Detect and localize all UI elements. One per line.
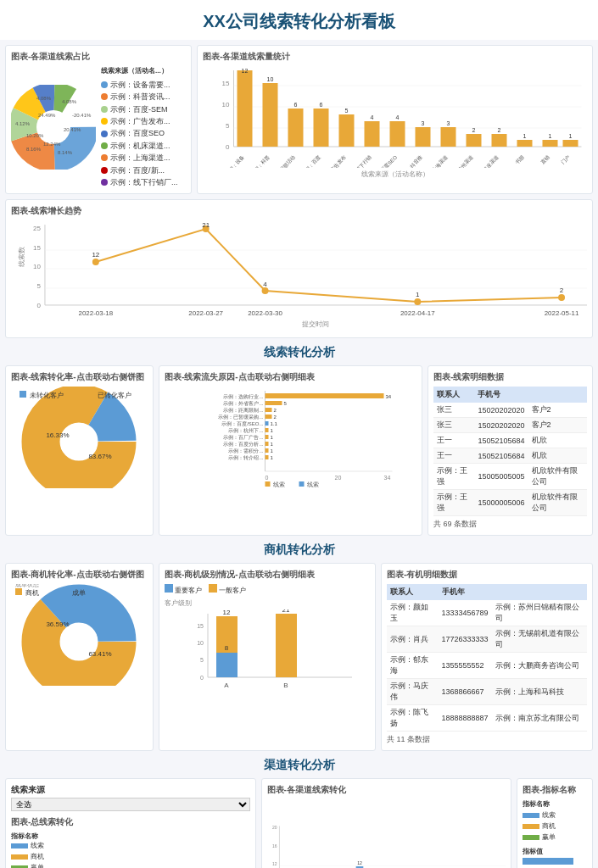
channel-funnel-title: 图表-各渠道线索转化 xyxy=(267,784,506,796)
svg-text:1: 1 xyxy=(271,442,274,447)
svg-text:1: 1 xyxy=(549,133,552,139)
svg-text:0: 0 xyxy=(226,143,230,151)
section-leads: 线索转化分析 xyxy=(5,343,593,362)
svg-text:4: 4 xyxy=(371,114,374,120)
svg-text:示例：科普: 示例：科普 xyxy=(249,154,271,168)
svg-rect-26 xyxy=(238,70,253,147)
svg-text:8.16%: 8.16% xyxy=(26,147,42,152)
col-phone2: 手机年 xyxy=(439,584,492,600)
svg-rect-28 xyxy=(263,83,278,147)
svg-text:示例：百度: 示例：百度 xyxy=(299,154,321,168)
table-row: 示例：肖兵 17726333333 示例：无锡前机道有限公司 xyxy=(387,626,587,653)
col-company xyxy=(528,387,587,403)
svg-text:线索: 线索 xyxy=(273,481,285,487)
svg-rect-40 xyxy=(416,127,431,147)
svg-text:21: 21 xyxy=(282,609,290,614)
svg-rect-148 xyxy=(15,588,22,595)
table-row: 王一 15052105684 机欣 xyxy=(433,433,587,448)
svg-text:15: 15 xyxy=(33,244,41,252)
leads-reason-bar-title: 图表-线索流失原因-点击联动右侧明细表 xyxy=(165,371,416,383)
svg-text:1: 1 xyxy=(569,133,573,139)
svg-rect-32 xyxy=(314,108,329,147)
svg-text:15: 15 xyxy=(222,80,230,87)
svg-rect-50 xyxy=(543,140,558,147)
svg-text:6: 6 xyxy=(294,102,298,108)
svg-text:10.20%: 10.20% xyxy=(26,133,44,138)
svg-point-81 xyxy=(414,298,421,305)
svg-rect-112 xyxy=(265,408,272,412)
bar-channel-card: 图表-各渠道线索量统计 0 5 10 15 12 10 xyxy=(197,45,593,194)
bar-channel-xlabel: 线索来源（活动名称） xyxy=(203,170,587,179)
svg-text:10: 10 xyxy=(267,76,274,82)
channel-source-select[interactable]: 全选 xyxy=(11,798,250,811)
opp-pie-chart[interactable]: 36.59% 63.41% 商机 成单 成单状态 xyxy=(11,584,147,686)
leads-reason-bar-chart[interactable]: 示例：选购行业... 34 示例：外省客户... 5 示例：距离限制... 2 … xyxy=(165,387,416,488)
pie-channel-title: 图表-各渠道线索占比 xyxy=(11,51,186,63)
svg-text:2022-03-30: 2022-03-30 xyxy=(248,309,282,317)
svg-text:1: 1 xyxy=(523,133,527,139)
svg-text:12: 12 xyxy=(357,860,362,865)
svg-point-82 xyxy=(558,294,565,301)
opp-pie-card: 图表-商机转化率-点击联动右侧饼图 36.59% 63.41% 商机 成单 成单… xyxy=(5,563,154,751)
svg-rect-124 xyxy=(265,435,269,439)
funnel-legend: 指标名称 线索 商机 赢单 指标值 xyxy=(11,832,250,868)
leads-reason-bar-card: 图表-线索流失原因-点击联动右侧明细表 示例：选购行业... 34 示例：外省客… xyxy=(159,365,422,536)
opp-bar-card: 图表-商机级别情况-点击联动右侧明细表 重要客户 一般客户 客户级别 0 5 1… xyxy=(159,563,376,751)
channel-funnel-card: 图表-各渠道线索转化 0 4 8 12 16 20 xyxy=(261,778,512,868)
svg-text:4.08%: 4.08% xyxy=(36,96,52,101)
svg-text:8: 8 xyxy=(225,644,229,652)
bar-channel-title: 图表-各渠道线索量统计 xyxy=(203,51,587,63)
line-trend-chart[interactable]: 0 5 10 15 25 xyxy=(11,220,587,331)
svg-text:示例：外省客户...: 示例：外省客户... xyxy=(223,400,263,406)
svg-text:线索: 线索 xyxy=(307,481,319,487)
svg-text:2022-05-11: 2022-05-11 xyxy=(545,309,579,317)
svg-text:-20.41%: -20.41% xyxy=(72,113,92,118)
svg-text:成单状态: 成单状态 xyxy=(15,584,39,587)
svg-text:2: 2 xyxy=(498,127,501,133)
channel-funnel-chart[interactable]: 0 4 8 12 16 20 xyxy=(267,799,506,868)
svg-text:广告发布: 广告发布 xyxy=(328,154,347,168)
svg-text:成单: 成单 xyxy=(72,589,86,597)
table-row: 示例：马庆伟 1368866667 示例：上海和马科技 xyxy=(387,679,587,705)
svg-text:20: 20 xyxy=(335,475,342,481)
table-row: 示例：王强 15005005005 机欣软件有限公司 xyxy=(433,464,587,490)
opp-bar-chart[interactable]: 0 5 10 15 12 8 21 A B xyxy=(165,609,370,694)
svg-text:16: 16 xyxy=(271,843,277,849)
svg-rect-46 xyxy=(492,134,507,147)
svg-text:5: 5 xyxy=(345,108,349,114)
svg-text:4.12%: 4.12% xyxy=(15,121,31,126)
svg-text:12: 12 xyxy=(223,609,231,616)
svg-text:2022-04-17: 2022-04-17 xyxy=(400,309,435,317)
col-contact: 联系人 xyxy=(433,387,474,403)
svg-text:4.08%: 4.08% xyxy=(62,99,77,104)
svg-text:12.24%: 12.24% xyxy=(43,142,61,147)
svg-text:24.49%: 24.49% xyxy=(38,113,56,118)
svg-text:10: 10 xyxy=(222,101,230,108)
svg-text:机床渠道: 机床渠道 xyxy=(481,154,500,168)
table-row: 示例：王强 15000005006 机欣软件有限公司 xyxy=(433,490,587,516)
svg-text:34: 34 xyxy=(386,394,392,399)
svg-text:示例：距离限制...: 示例：距离限制... xyxy=(223,407,263,413)
svg-text:示例：设备: 示例：设备 xyxy=(224,154,245,168)
leads-table-footer: 共 69 条数据 xyxy=(433,519,587,530)
svg-text:16.33%: 16.33% xyxy=(46,431,69,439)
table-row: 王一 15052105684 机欣 xyxy=(433,448,587,464)
col-company2 xyxy=(492,584,587,600)
leads-detail-table-card: 图表-线索明细数据 联系人 手机号 张三 15020202020 客户2 xyxy=(428,365,593,536)
pie-channel-chart[interactable]: 24.49% 20.41% 12.24% 10.20% 8.16% 8.14% … xyxy=(11,85,96,170)
svg-text:2022-03-18: 2022-03-18 xyxy=(78,309,113,317)
legend-item-win: 赢单 xyxy=(523,832,587,842)
svg-text:5: 5 xyxy=(284,401,288,406)
svg-rect-133 xyxy=(265,455,269,459)
svg-text:12: 12 xyxy=(92,251,99,259)
channel-source-label: 线索来源 xyxy=(11,784,250,796)
svg-text:抖音推: 抖音推 xyxy=(408,154,423,168)
legend-item-opp: 商机 xyxy=(523,821,587,831)
svg-rect-139 xyxy=(265,481,271,487)
leads-conv-pie-chart[interactable]: 16.33% 83.67% 未转化客户 已转化客户 xyxy=(11,387,147,488)
svg-rect-100 xyxy=(20,391,26,398)
svg-text:示例：需积分...: 示例：需积分... xyxy=(228,448,263,453)
svg-text:线下行销: 线下行销 xyxy=(355,154,372,168)
indicator-title: 图表-指标名称 xyxy=(523,784,587,796)
bar-channel-chart[interactable]: 0 5 10 15 12 10 6 6 xyxy=(203,66,587,168)
